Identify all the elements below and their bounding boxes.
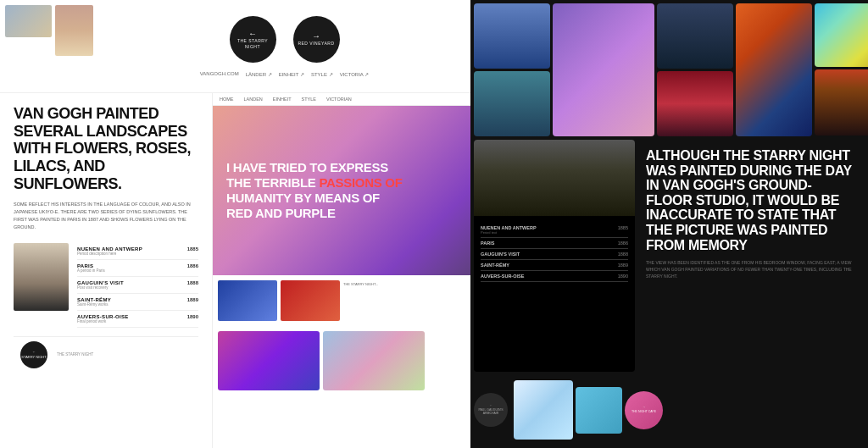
grid-col-1 [474,3,550,136]
right-bottom-image-2 [576,387,622,434]
main-heading: VAN GOGH PAINTED SEVERAL LANDSCAPES WITH… [14,105,198,192]
dtl-year-1: 1886 [618,241,628,246]
main-subtext: SOME REFLECT HIS INTERESTS IN THE LANGUA… [14,201,198,230]
quote-text: I HAVE TRIED TO EXPRESS THE TERRIBLE PAS… [226,160,403,221]
timeline-item: AUVERS-SUR-OISE Final period work 1890 [77,311,198,328]
tl-item-left-1: PARIS A period in Paris [77,263,105,273]
dark-tl-item-1: PARIS 1886 [481,238,628,249]
right-grid-top [470,0,868,140]
bottom-art-section [213,326,470,448]
nav-circles: ← THE STARRY NIGHT → RED VINEYARD [230,16,340,63]
nav-circle-prev[interactable]: ← THE STARRY NIGHT [230,16,276,63]
timeline-list: NUENEN AND ANTWERP Period description he… [77,243,198,328]
next-circle-label: RED VINEYARD [298,41,334,47]
top-image-1 [5,5,52,37]
grid-img-orange-blue [736,3,812,136]
grid-img-teal [474,71,550,136]
right-portrait-section: NUENEN AND ANTWERP Period text 1885 PARI… [474,140,635,372]
top-images [0,0,98,92]
dtl-title-4: AUVERS-SUR-OISE [481,274,524,279]
img-caption-1: THE STARRY NIGHT... [343,280,378,321]
prev-arrow-icon: ← [248,29,257,38]
cnav-landen[interactable]: LANDEN [244,97,263,102]
timeline-item: SAINT-RÉMY Saint-Rémy works 1889 [77,294,198,311]
cnav-victorian[interactable]: VICTORIAN [326,97,352,102]
nav-circle-next[interactable]: → RED VINEYARD [293,16,340,63]
top-nav-bar: VANGOGH.COM LÄNDER ↗ EINHEIT ↗ STYLE ↗ V… [200,71,369,77]
grid-img-red-dark [657,71,733,136]
right-prev-label: PAUL GAUGUIN'S ARMCHAIR [474,408,508,417]
cnav-home[interactable]: HOME [220,97,234,102]
right-heading: ALTHOUGH THE STARRY NIGHT WAS PAINTED DU… [646,148,856,252]
quote-section: I HAVE TRIED TO EXPRESS THE TERRIBLE PAS… [213,106,470,275]
dtl-left-3: SAINT-RÉMY [481,263,509,268]
nav-einheit[interactable]: EINHEIT ↗ [279,71,304,77]
right-subtext: THE VIEW HAS BEEN IDENTIFIED AS THE ONE … [646,259,856,279]
grid-img-blue-dark [474,3,550,69]
portrait-section: NUENEN AND ANTWERP Period description he… [14,243,198,328]
grid-img-purple-large [553,3,654,136]
bottom-caption: THE STARRY NIGHT [54,351,96,358]
nav-vangogh[interactable]: VANGOGH.COM [200,71,239,77]
grid-col-2 [553,3,654,136]
dark-timeline: NUENEN AND ANTWERP Period text 1885 PARI… [474,216,635,372]
art-image-2 [323,331,425,390]
bottom-nav-label: STARRY NIGHT [21,355,46,359]
left-content-right: HOME LANDEN EINHEIT STYLE VICTORIAN I HA… [212,93,470,448]
tl-sub-3: Saint-Rémy works [77,302,111,307]
bottom-nav-circle[interactable]: ← STARRY NIGHT [20,341,47,368]
dtl-year-0: 1885 [618,225,628,235]
top-nav-center: ← THE STARRY NIGHT → RED VINEYARD VANGOG… [98,0,470,92]
right-text-section: ALTHOUGH THE STARRY NIGHT WAS PAINTED DU… [637,140,865,372]
left-text-section: VAN GOGH PAINTED SEVERAL LANDSCAPES WITH… [0,93,212,448]
right-nav-circle-prev[interactable]: ← PAUL GAUGUIN'S ARMCHAIR [474,393,508,427]
right-nav-circle-next[interactable]: → THE NIGHT CAFE [625,391,663,429]
portrait-dark-img [474,140,635,216]
dtl-left-4: AUVERS-SUR-OISE [481,274,524,279]
next-arrow-icon: → [312,31,320,41]
grid-img-cyan-yellow [815,3,868,67]
right-bottom: ← PAUL GAUGUIN'S ARMCHAIR → THE NIGHT CA… [470,372,868,448]
dtl-sub-0: Period text [481,230,537,235]
tl-item-left-0: NUENEN AND ANTWERP Period description he… [77,246,142,256]
content-nav-bar: HOME LANDEN EINHEIT STYLE VICTORIAN [213,93,470,106]
nav-lander[interactable]: LÄNDER ↗ [246,71,272,77]
tl-sub-4: Final period work [77,319,129,324]
grid-img-dark [657,3,733,69]
prev-circle-label: THE STARRY NIGHT [230,38,276,49]
nav-style[interactable]: STYLE ↗ [311,71,333,77]
left-top-nav-area: ← THE STARRY NIGHT → RED VINEYARD VANGOG… [0,0,470,93]
dtl-title-1: PARIS [481,241,494,246]
tl-year-2: 1888 [187,280,198,285]
tl-sub-0: Period description here [77,252,142,256]
dark-tl-item-4: AUVERS-SUR-OISE 1890 [481,271,628,282]
right-panel: NUENEN AND ANTWERP Period text 1885 PARI… [470,0,868,448]
nav-victoria[interactable]: VICTORIA ↗ [340,71,370,77]
timeline-item: PARIS A period in Paris 1886 [77,260,198,277]
dtl-title-3: SAINT-RÉMY [481,263,509,268]
timeline-item: NUENEN AND ANTWERP Period description he… [77,243,198,260]
dtl-left-0: NUENEN AND ANTWERP Period text [481,225,537,235]
bottom-nav-left: ← STARRY NIGHT THE STARRY NIGHT [14,336,198,373]
tl-sub-1: A period in Paris [77,268,105,273]
tl-sub-2: Post visit recovery [77,285,124,290]
quote-highlight: PASSIONS OF [319,175,402,190]
right-middle: NUENEN AND ANTWERP Period text 1885 PARI… [470,140,868,372]
tl-item-left-2: GAUGUIN'S VISIT Post visit recovery [77,280,124,290]
dtl-year-4: 1890 [618,274,628,279]
grid-img-storm [815,69,868,136]
tl-year-4: 1890 [187,314,198,319]
top-image-2 [55,5,93,56]
thumb-red-img [281,280,340,321]
grid-col-4 [736,3,812,136]
tl-year-1: 1886 [187,263,198,268]
timeline-item: GAUGUIN'S VISIT Post visit recovery 1888 [77,277,198,294]
dtl-year-2: 1888 [618,252,628,257]
tl-item-left-3: SAINT-RÉMY Saint-Rémy works [77,297,111,307]
dtl-title-2: GAUGUIN'S VISIT [481,252,520,257]
cnav-style[interactable]: STYLE [302,97,316,102]
tl-item-left-4: AUVERS-SUR-OISE Final period work [77,314,129,324]
tl-year-0: 1885 [187,246,198,252]
cnav-einheit[interactable]: EINHEIT [273,97,292,102]
right-next-label: THE NIGHT CAFE [632,410,656,414]
